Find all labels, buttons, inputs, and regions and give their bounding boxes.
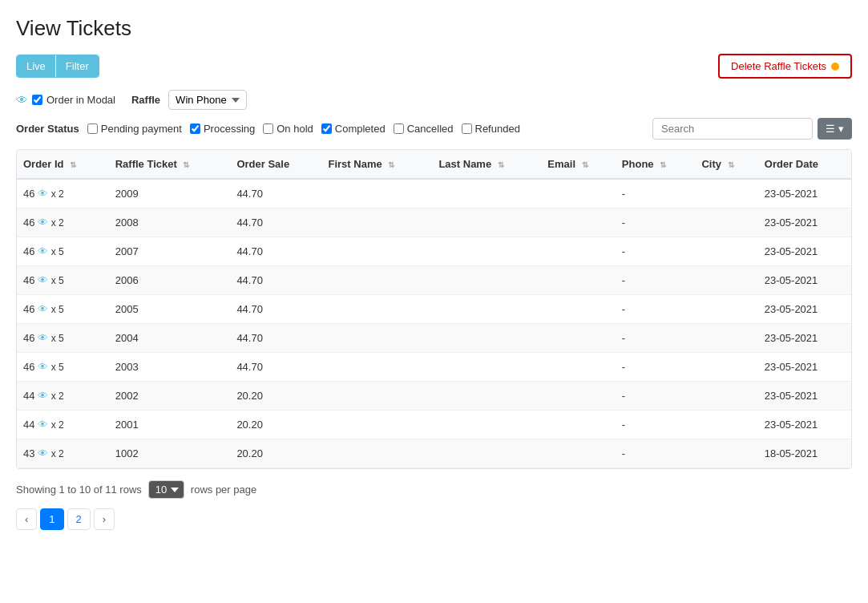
eye-icon[interactable]: 👁 xyxy=(38,419,48,431)
order-in-modal-checkbox[interactable] xyxy=(32,95,42,105)
order-id-value: 46 xyxy=(23,188,34,200)
prev-page-button[interactable]: ‹ xyxy=(16,508,37,530)
status-pending[interactable]: Pending payment xyxy=(87,123,182,135)
first-name-cell xyxy=(322,208,433,237)
first-name-cell xyxy=(322,237,433,266)
multiplier: x 2 xyxy=(51,419,64,431)
email-cell xyxy=(541,353,616,382)
email-cell xyxy=(541,237,616,266)
status-pending-checkbox[interactable] xyxy=(87,123,98,134)
live-button[interactable]: Live xyxy=(17,55,55,77)
col-city[interactable]: City ⇅ xyxy=(695,150,757,179)
last-name-cell xyxy=(432,179,541,208)
order-status-row: Order Status Pending payment Processing … xyxy=(16,118,852,140)
eye-icon[interactable]: 👁 xyxy=(38,217,48,229)
filter-row: 👁 Order in Modal Raffle Win Phone Option… xyxy=(16,90,852,110)
order-id-value: 46 xyxy=(23,303,34,315)
status-refunded-checkbox[interactable] xyxy=(462,123,472,134)
raffle-ticket-cell: 2008 xyxy=(109,208,231,237)
email-cell xyxy=(541,295,616,324)
email-cell xyxy=(541,208,616,237)
col-phone[interactable]: Phone ⇅ xyxy=(616,150,696,179)
tickets-table: Order Id ⇅ Raffle Ticket ⇅ Order Sale Fi… xyxy=(17,150,851,468)
city-cell xyxy=(695,179,757,208)
status-onhold-checkbox[interactable] xyxy=(263,123,273,134)
first-name-cell xyxy=(322,439,433,468)
email-cell xyxy=(541,324,616,353)
status-refunded[interactable]: Refunded xyxy=(462,123,520,135)
status-processing[interactable]: Processing xyxy=(190,123,255,135)
first-name-cell xyxy=(322,266,433,295)
col-email[interactable]: Email ⇅ xyxy=(541,150,616,179)
col-order-date[interactable]: Order Date xyxy=(758,150,851,179)
page-1-button[interactable]: 1 xyxy=(40,508,63,530)
order-id-cell: 44 👁 x 2 xyxy=(17,382,109,411)
sort-icon-order-id: ⇅ xyxy=(70,160,76,169)
order-sale-cell: 44.70 xyxy=(230,266,321,295)
eye-icon[interactable]: 👁 xyxy=(38,303,48,315)
status-cancelled[interactable]: Cancelled xyxy=(394,123,454,135)
delete-raffle-tickets-button[interactable]: Delete Raffle Tickets xyxy=(718,54,852,79)
last-name-cell xyxy=(432,353,541,382)
table-row: 46 👁 x 5200744.70-23-05-2021 xyxy=(17,237,851,266)
per-page-select[interactable]: 10 25 50 xyxy=(148,480,184,499)
last-name-cell xyxy=(432,208,541,237)
first-name-cell xyxy=(322,179,433,208)
city-cell xyxy=(695,295,757,324)
city-cell xyxy=(695,266,757,295)
table-row: 46 👁 x 2200844.70-23-05-2021 xyxy=(17,208,851,237)
order-id-value: 44 xyxy=(23,390,34,402)
city-cell xyxy=(695,208,757,237)
columns-button[interactable]: ☰ ▾ xyxy=(818,118,852,140)
status-onhold[interactable]: On hold xyxy=(263,123,313,135)
status-processing-checkbox[interactable] xyxy=(190,123,200,134)
eye-icon[interactable]: 👁 xyxy=(38,361,48,373)
order-id-value: 46 xyxy=(23,245,34,257)
col-order-sale[interactable]: Order Sale xyxy=(230,150,321,179)
order-date-cell: 18-05-2021 xyxy=(758,439,851,468)
phone-cell: - xyxy=(616,439,696,468)
order-sale-cell: 44.70 xyxy=(230,237,321,266)
raffle-ticket-cell: 2006 xyxy=(109,266,231,295)
raffle-select[interactable]: Win Phone Option 2 xyxy=(168,90,247,110)
filter-button[interactable]: Filter xyxy=(56,55,99,77)
col-order-id[interactable]: Order Id ⇅ xyxy=(17,150,109,179)
phone-cell: - xyxy=(616,382,696,411)
first-name-cell xyxy=(322,353,433,382)
col-last-name[interactable]: Last Name ⇅ xyxy=(432,150,541,179)
order-id-cell: 46 👁 x 2 xyxy=(17,179,109,208)
order-date-cell: 23-05-2021 xyxy=(758,324,851,353)
table-row: 46 👁 x 2200944.70-23-05-2021 xyxy=(17,179,851,208)
multiplier: x 2 xyxy=(51,188,64,200)
eye-icon[interactable]: 👁 xyxy=(38,390,48,402)
city-cell xyxy=(695,411,757,439)
status-completed[interactable]: Completed xyxy=(321,123,386,135)
eye-icon[interactable]: 👁 xyxy=(38,245,48,257)
order-sale-cell: 44.70 xyxy=(230,179,321,208)
col-raffle-ticket[interactable]: Raffle Ticket ⇅ xyxy=(109,150,231,179)
status-cancelled-checkbox[interactable] xyxy=(394,123,404,134)
showing-text: Showing 1 to 10 of 11 rows xyxy=(16,484,142,496)
order-id-cell: 44 👁 x 2 xyxy=(17,411,109,439)
order-id-value: 46 xyxy=(23,361,34,373)
search-input[interactable] xyxy=(652,118,813,140)
table-row: 46 👁 x 5200644.70-23-05-2021 xyxy=(17,266,851,295)
eye-icon[interactable]: 👁 xyxy=(38,188,48,200)
raffle-ticket-cell: 2004 xyxy=(109,324,231,353)
raffle-ticket-cell: 2009 xyxy=(109,179,231,208)
status-completed-checkbox[interactable] xyxy=(321,123,332,134)
col-first-name[interactable]: First Name ⇅ xyxy=(322,150,433,179)
last-name-cell xyxy=(432,266,541,295)
delete-badge xyxy=(831,63,839,71)
page-2-button[interactable]: 2 xyxy=(67,508,91,530)
eye-icon[interactable]: 👁 xyxy=(38,332,48,344)
order-id-value: 46 xyxy=(23,274,34,286)
delete-label: Delete Raffle Tickets xyxy=(731,60,826,72)
multiplier: x 2 xyxy=(51,391,64,402)
multiplier: x 2 xyxy=(51,217,64,229)
last-name-cell xyxy=(432,237,541,266)
eye-icon[interactable]: 👁 xyxy=(38,447,48,459)
eye-icon[interactable]: 👁 xyxy=(38,274,48,286)
order-date-cell: 23-05-2021 xyxy=(758,411,851,439)
next-page-button[interactable]: › xyxy=(94,508,115,530)
